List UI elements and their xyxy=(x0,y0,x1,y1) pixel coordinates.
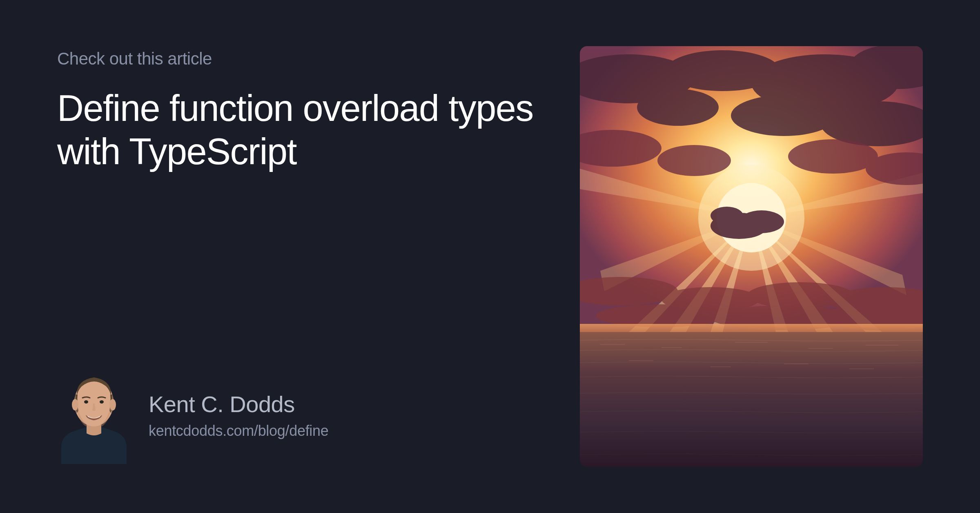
svg-point-21 xyxy=(710,207,743,225)
left-column: Check out this article Define function o… xyxy=(57,49,580,464)
svg-point-4 xyxy=(100,400,104,404)
svg-point-17 xyxy=(788,139,878,174)
svg-point-13 xyxy=(731,95,837,136)
header-block: Check out this article Define function o… xyxy=(57,49,547,173)
svg-rect-30 xyxy=(580,332,923,467)
author-name: Kent C. Dodds xyxy=(149,391,329,417)
article-title: Define function overload types with Type… xyxy=(57,87,547,173)
svg-point-12 xyxy=(637,89,719,126)
svg-point-3 xyxy=(84,400,88,404)
svg-point-26 xyxy=(596,304,727,327)
svg-point-20 xyxy=(739,210,784,233)
author-text-block: Kent C. Dodds kentcdodds.com/blog/define xyxy=(149,391,329,439)
hero-image xyxy=(580,46,923,467)
svg-point-16 xyxy=(657,145,731,176)
right-column xyxy=(580,49,923,464)
author-url: kentcdodds.com/blog/define xyxy=(149,422,329,439)
card-container: Check out this article Define function o… xyxy=(0,0,980,513)
eyebrow-text: Check out this article xyxy=(57,49,547,69)
author-block: Kent C. Dodds kentcdodds.com/blog/define xyxy=(57,366,547,464)
author-avatar xyxy=(57,366,131,464)
